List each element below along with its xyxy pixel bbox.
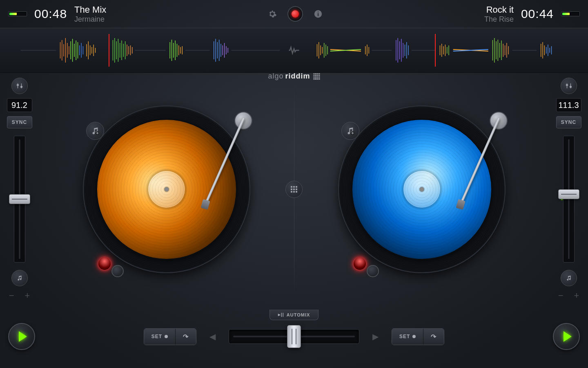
- brand-logo: algoriddim: [268, 72, 320, 81]
- side-panel-left: 91.2 SYNC − +: [0, 73, 39, 306]
- record-button[interactable]: [287, 6, 303, 22]
- svg-point-103: [17, 84, 18, 86]
- pitch-nudge-left: − +: [9, 290, 30, 301]
- redo-icon: ↷: [183, 333, 189, 341]
- nudge-back-left[interactable]: ◀: [205, 332, 220, 341]
- vinyl-pin-left: [165, 187, 169, 191]
- turntable-right: [330, 97, 514, 281]
- bpm-left[interactable]: 91.2: [7, 98, 32, 112]
- tempo-handle-right[interactable]: [558, 189, 579, 199]
- info-icon[interactable]: [312, 8, 324, 20]
- nudge-forward-right[interactable]: ▶: [368, 332, 383, 341]
- automix-play-icon: ▸||: [278, 312, 284, 317]
- tempo-handle-left[interactable]: [9, 194, 30, 204]
- cue-jump-button-right[interactable]: ↷: [423, 329, 444, 345]
- pitch-minus-left[interactable]: −: [9, 290, 14, 301]
- track-artist-left: Jermaine: [74, 15, 106, 24]
- play-button-right[interactable]: [553, 323, 580, 350]
- brand-suffix: riddim: [285, 72, 310, 81]
- level-meter-left: [8, 11, 27, 16]
- top-bar: 00:48 The Mix Jermaine Rock it The Rise …: [0, 0, 588, 28]
- deck-area: algoriddim: [39, 73, 549, 306]
- tonearm-left: [240, 95, 261, 136]
- bottom-bar: SET ↷ ◀ ▸|| AUTOMIX ▶ SET ↷: [0, 306, 588, 367]
- automix-button[interactable]: ▸|| AUTOMIX: [270, 310, 319, 320]
- sync-button-left[interactable]: SYNC: [7, 116, 32, 128]
- track-info-right[interactable]: Rock it The Rise: [484, 4, 514, 24]
- key-button-right[interactable]: [561, 270, 577, 286]
- turntable-left: [75, 97, 258, 281]
- cue-set-button-left[interactable]: SET: [144, 329, 175, 345]
- play-icon: [19, 331, 27, 342]
- pitch-plus-left[interactable]: +: [25, 290, 30, 301]
- waveform-view-icon[interactable]: [288, 44, 300, 56]
- add-track-button-left[interactable]: [86, 122, 104, 140]
- track-title-right: Rock it: [484, 4, 514, 15]
- track-artist-right: The Rise: [484, 15, 514, 24]
- track-info-left[interactable]: The Mix Jermaine: [74, 4, 106, 24]
- dot-icon: [165, 335, 168, 338]
- top-left: 00:48 The Mix Jermaine: [8, 4, 106, 24]
- vinyl-pin-right: [420, 187, 424, 191]
- waveform-row: [0, 28, 588, 73]
- top-right: Rock it The Rise 00:44: [484, 4, 580, 24]
- vinyl-right[interactable]: [352, 120, 491, 259]
- pitch-minus-right[interactable]: −: [558, 290, 564, 301]
- track-title-left: The Mix: [74, 4, 106, 15]
- play-icon: [564, 331, 572, 342]
- tonearm-right: [495, 95, 516, 136]
- cue-light-left: [98, 258, 111, 270]
- cue-group-left: SET ↷: [144, 328, 196, 345]
- eq-button-left[interactable]: [11, 78, 28, 94]
- cue-set-button-right[interactable]: SET: [392, 329, 423, 345]
- cue-jump-button-left[interactable]: ↷: [175, 329, 196, 345]
- dot-icon: [412, 335, 416, 338]
- key-button-left[interactable]: [11, 270, 28, 286]
- play-button-left[interactable]: [8, 323, 35, 350]
- waveform-right[interactable]: [308, 34, 572, 67]
- crossfader-handle[interactable]: [287, 325, 301, 348]
- svg-point-105: [20, 86, 22, 88]
- redo-icon: ↷: [431, 333, 437, 341]
- sampler-grid-button[interactable]: [285, 181, 303, 198]
- time-right: 00:44: [521, 7, 554, 21]
- top-center: [266, 6, 324, 22]
- tempo-slider-left[interactable]: [14, 136, 25, 263]
- svg-point-109: [566, 84, 568, 86]
- vinyl-label-right: [403, 171, 440, 208]
- cue-group-right: SET ↷: [392, 328, 444, 345]
- brand-prefix: algo: [268, 72, 283, 81]
- bpm-right[interactable]: 111.3: [556, 98, 581, 112]
- side-panel-right: 111.3 SYNC − +: [549, 73, 588, 306]
- playhead-right: [435, 34, 436, 67]
- time-left: 00:48: [34, 7, 67, 21]
- level-meter-right: [561, 11, 580, 16]
- eq-button-right[interactable]: [561, 78, 577, 94]
- tempo-slider-right[interactable]: [563, 136, 575, 263]
- settings-icon[interactable]: [266, 8, 278, 20]
- start-stop-knob-right[interactable]: [367, 265, 379, 277]
- playhead-left: [109, 34, 109, 67]
- vinyl-label-left: [148, 171, 185, 208]
- vinyl-left[interactable]: [97, 120, 236, 259]
- sync-button-right[interactable]: SYNC: [556, 116, 581, 128]
- crossfader[interactable]: [229, 329, 359, 344]
- pitch-plus-right[interactable]: +: [574, 290, 579, 301]
- svg-point-111: [570, 86, 571, 88]
- pitch-nudge-right: − +: [558, 290, 579, 301]
- main-deck-area: 91.2 SYNC − + algoriddim: [0, 73, 588, 306]
- crossfader-section: ▸|| AUTOMIX: [229, 329, 359, 344]
- start-stop-knob-left[interactable]: [111, 265, 124, 277]
- waveform-left[interactable]: [16, 34, 280, 67]
- add-track-button-right[interactable]: [341, 122, 359, 140]
- cue-light-right: [354, 258, 366, 270]
- brand-grid-icon: [314, 73, 320, 80]
